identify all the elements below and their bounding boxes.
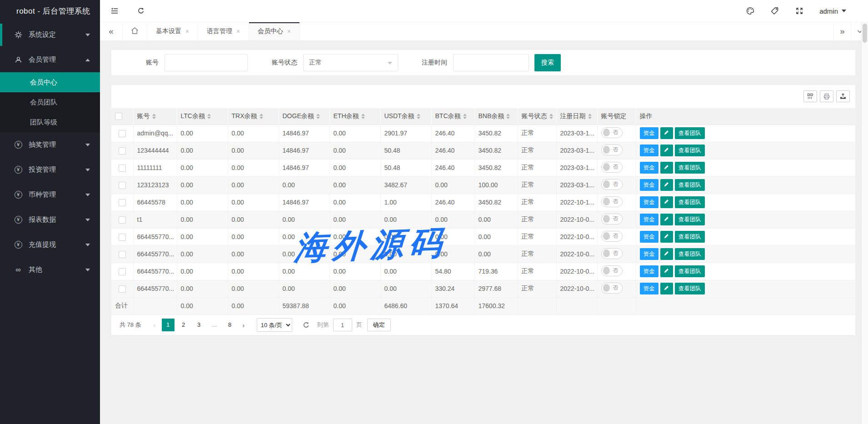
fund-button[interactable]: 资金	[640, 179, 658, 191]
page-next-icon[interactable]: ›	[238, 321, 249, 329]
print-icon[interactable]	[820, 90, 833, 102]
sort-icon[interactable]	[417, 114, 420, 119]
status-select[interactable]: 正常	[303, 54, 398, 71]
select-all-checkbox[interactable]	[115, 113, 122, 120]
sidebar-item-7[interactable]: ∞ 其他	[0, 257, 100, 282]
lock-toggle[interactable]: 否	[601, 196, 623, 207]
sort-icon[interactable]	[152, 114, 156, 119]
sort-icon[interactable]	[316, 114, 320, 119]
close-icon[interactable]: ×	[185, 28, 189, 35]
view-team-button[interactable]: 查看团队	[675, 265, 705, 277]
fund-button[interactable]: 资金	[640, 283, 658, 294]
lock-toggle[interactable]: 否	[601, 162, 623, 173]
row-checkbox[interactable]	[119, 251, 126, 258]
sort-icon[interactable]	[549, 114, 553, 119]
edit-button[interactable]	[660, 179, 673, 191]
lock-toggle[interactable]: 否	[601, 265, 623, 276]
tabs-scroll-left-icon[interactable]: «	[100, 22, 123, 40]
page-size-select[interactable]: 10 条/页	[257, 318, 292, 332]
lock-toggle[interactable]: 否	[601, 214, 623, 224]
sidebar-subitem-2[interactable]: 团队等级	[0, 112, 100, 132]
row-checkbox[interactable]	[119, 216, 126, 224]
edit-button[interactable]	[660, 162, 673, 174]
tag-icon[interactable]	[766, 0, 784, 22]
regtime-input[interactable]	[453, 54, 529, 71]
user-menu[interactable]: admin	[819, 7, 846, 15]
collapse-menu-icon[interactable]	[105, 0, 124, 22]
fund-button[interactable]: 资金	[640, 127, 658, 139]
lock-toggle[interactable]: 否	[601, 145, 623, 155]
columns-icon[interactable]	[803, 90, 817, 102]
sidebar-item-5[interactable]: ¥ 报表数据	[0, 207, 100, 232]
view-team-button[interactable]: 查看团队	[675, 231, 705, 243]
sort-icon[interactable]	[506, 114, 510, 119]
fund-button[interactable]: 资金	[640, 145, 658, 156]
page-number[interactable]: 1	[162, 319, 175, 331]
row-checkbox[interactable]	[119, 199, 126, 206]
sort-icon[interactable]	[207, 114, 211, 119]
edit-button[interactable]	[660, 196, 673, 208]
sidebar-item-3[interactable]: ¥ 投资管理	[0, 157, 100, 182]
tab-0[interactable]: 基本设置 ×	[147, 22, 198, 40]
refresh-icon[interactable]	[132, 0, 150, 22]
view-team-button[interactable]: 查看团队	[675, 145, 705, 156]
scrollbar-thumb[interactable]	[863, 24, 867, 43]
sort-icon[interactable]	[361, 114, 365, 119]
fullscreen-icon[interactable]	[790, 0, 808, 22]
sidebar-item-2[interactable]: ¥ 抽奖管理	[0, 132, 100, 157]
row-checkbox[interactable]	[119, 268, 126, 275]
goto-page-input[interactable]	[333, 319, 352, 331]
fund-button[interactable]: 资金	[640, 231, 658, 243]
lock-toggle[interactable]: 否	[601, 179, 623, 190]
search-button[interactable]: 搜索	[534, 54, 561, 71]
tab-2[interactable]: 会员中心 ×	[249, 22, 300, 40]
view-team-button[interactable]: 查看团队	[675, 214, 705, 225]
fund-button[interactable]: 资金	[640, 196, 658, 208]
lock-toggle[interactable]: 否	[601, 127, 623, 138]
page-number[interactable]: 2	[177, 319, 190, 331]
row-checkbox[interactable]	[119, 234, 126, 241]
sort-icon[interactable]	[463, 114, 467, 119]
fund-button[interactable]: 资金	[640, 265, 658, 277]
sidebar-subitem-1[interactable]: 会员团队	[0, 92, 100, 112]
pagination-refresh-icon[interactable]	[302, 321, 310, 329]
row-checkbox[interactable]	[119, 165, 126, 172]
sidebar-item-1[interactable]: 会员管理	[0, 47, 100, 72]
sort-icon[interactable]	[588, 114, 592, 119]
home-tab[interactable]	[123, 22, 147, 40]
page-number[interactable]: 3	[193, 319, 205, 331]
close-icon[interactable]: ×	[236, 28, 240, 35]
edit-button[interactable]	[660, 231, 673, 243]
page-number[interactable]: 8	[224, 319, 236, 331]
sidebar-item-4[interactable]: ¥ 币种管理	[0, 182, 100, 207]
edit-button[interactable]	[660, 265, 673, 277]
fund-button[interactable]: 资金	[640, 162, 658, 174]
view-team-button[interactable]: 查看团队	[675, 179, 705, 191]
edit-button[interactable]	[660, 283, 673, 294]
account-input[interactable]	[165, 54, 248, 71]
row-checkbox[interactable]	[119, 182, 126, 189]
fund-button[interactable]: 资金	[640, 214, 658, 225]
sidebar-item-0[interactable]: 系统设定	[0, 22, 100, 47]
view-team-button[interactable]: 查看团队	[675, 248, 705, 260]
sidebar-item-6[interactable]: ¥ 充值提现	[0, 232, 100, 257]
goto-confirm-button[interactable]: 确定	[367, 319, 391, 331]
page-prev-icon[interactable]: ‹	[149, 321, 160, 329]
fund-button[interactable]: 资金	[640, 248, 658, 260]
close-icon[interactable]: ×	[287, 28, 291, 35]
tabs-scroll-right-icon[interactable]: »	[833, 22, 851, 40]
row-checkbox[interactable]	[119, 130, 126, 137]
edit-button[interactable]	[660, 248, 673, 260]
scrollbar[interactable]	[861, 22, 868, 424]
sidebar-subitem-0[interactable]: 会员中心	[0, 72, 100, 92]
view-team-button[interactable]: 查看团队	[675, 196, 705, 208]
lock-toggle[interactable]: 否	[601, 248, 623, 259]
lock-toggle[interactable]: 否	[601, 283, 623, 294]
sort-icon[interactable]	[259, 114, 263, 119]
view-team-button[interactable]: 查看团队	[675, 283, 705, 294]
row-checkbox[interactable]	[119, 285, 126, 293]
edit-button[interactable]	[660, 214, 673, 225]
view-team-button[interactable]: 查看团队	[675, 127, 705, 139]
tab-1[interactable]: 语言管理 ×	[198, 22, 249, 40]
edit-button[interactable]	[660, 145, 673, 156]
